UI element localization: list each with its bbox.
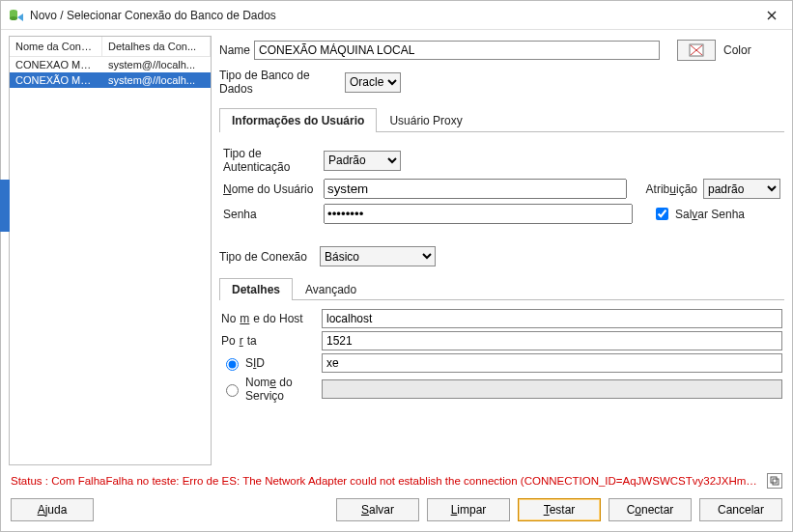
name-row: Name Color <box>219 40 784 61</box>
role-group: Atribuição padrão <box>646 179 780 199</box>
col-header-details: Detalhes da Con... <box>102 37 211 56</box>
external-sliver <box>0 180 10 232</box>
cancel-button[interactable]: Cancelar <box>699 498 782 521</box>
connections-list-body[interactable]: CONEXAO MAQU... system@//localh... CONEX… <box>10 57 211 464</box>
role-select[interactable]: padrão <box>703 179 780 199</box>
service-option[interactable]: Nome do Serviço <box>221 376 322 403</box>
titlebar: Novo / Selecionar Conexão do Banco de Da… <box>1 1 792 30</box>
password-row: Senha Salvar Senha <box>223 204 780 224</box>
status-text: Status : Com FalhaFalha no teste: Erro d… <box>11 475 761 487</box>
subtab-advanced[interactable]: Avançado <box>293 278 369 300</box>
dialog-window: Novo / Selecionar Conexão do Banco de Da… <box>0 0 793 532</box>
save-button[interactable]: Salvar <box>336 498 419 521</box>
save-password-checkbox[interactable] <box>656 208 668 220</box>
role-label: Atribuição <box>646 182 697 196</box>
svg-rect-5 <box>773 479 779 485</box>
service-input <box>322 379 782 399</box>
svg-point-2 <box>10 16 17 20</box>
sid-option[interactable]: SID <box>221 355 322 371</box>
password-input[interactable] <box>324 204 633 224</box>
col-header-name: Nome da Conexão <box>10 37 102 56</box>
subtab-details[interactable]: Detalhes <box>219 278 293 300</box>
auth-tabs: Informações do Usuário Usuário Proxy <box>219 107 784 132</box>
username-label: Nome do Usuário <box>223 182 324 196</box>
svg-rect-4 <box>771 477 777 483</box>
connections-list: Nome da Conexão Detalhes da Con... CONEX… <box>9 36 212 465</box>
password-label: Senha <box>223 208 324 221</box>
conntype-label: Tipo de Conexão <box>219 250 320 264</box>
color-label: Color <box>723 43 751 57</box>
authtype-label: Tipo de Autenticação <box>223 147 324 174</box>
port-label: Porta <box>221 334 322 348</box>
save-password-label: Salvar Senha <box>675 208 745 221</box>
dialog-buttons: Ajuda Salvar Limpar Testar Conectar Canc… <box>1 490 792 531</box>
dbtype-row: Tipo de Banco de Dados Oracle <box>219 69 784 96</box>
tab-user-info[interactable]: Informações do Usuário <box>219 108 377 132</box>
connection-details: Nome do Host Porta SID <box>219 300 784 411</box>
tab-proxy-user[interactable]: Usuário Proxy <box>377 108 474 132</box>
host-label: Nome do Host <box>221 312 322 325</box>
host-row: Nome do Host <box>221 309 782 328</box>
service-radio[interactable] <box>226 384 239 397</box>
sid-radio[interactable] <box>226 358 239 371</box>
close-button[interactable] <box>759 3 784 28</box>
username-input[interactable] <box>324 179 627 199</box>
host-input[interactable] <box>322 309 782 328</box>
sid-label: SID <box>245 356 265 370</box>
save-password-group: Salvar Senha <box>652 205 745 223</box>
port-row: Porta <box>221 331 782 350</box>
conntype-select[interactable]: Básico <box>320 246 436 266</box>
clear-button[interactable]: Limpar <box>427 498 510 521</box>
list-item-name: CONEXAO MAQU... <box>10 57 102 72</box>
color-button[interactable] <box>677 40 716 61</box>
dbtype-select[interactable]: Oracle <box>345 72 401 93</box>
service-label: Nome do Serviço <box>245 376 322 403</box>
copy-status-icon[interactable] <box>767 473 782 489</box>
list-item-details: system@//localh... <box>102 57 211 72</box>
connect-button[interactable]: Conectar <box>609 498 692 521</box>
dbtype-label: Tipo de Banco de Dados <box>219 69 345 96</box>
connections-list-header: Nome da Conexão Detalhes da Con... <box>10 37 211 57</box>
connection-form: Name Color Tipo de Banco de Dados Oracle <box>219 36 784 465</box>
username-row: Nome do Usuário Atribuição padrão <box>223 179 780 199</box>
connection-name-input[interactable] <box>254 41 660 60</box>
list-item[interactable]: CONEXÃO MÁQU... system@//localh... <box>10 72 211 88</box>
sid-input[interactable] <box>322 353 782 373</box>
sid-row: SID <box>221 353 782 373</box>
help-button[interactable]: Ajuda <box>11 498 94 521</box>
list-item[interactable]: CONEXAO MAQU... system@//localh... <box>10 57 211 72</box>
window-title: Novo / Selecionar Conexão do Banco de Da… <box>30 9 759 22</box>
detail-tabs: Detalhes Avançado <box>219 277 784 300</box>
dialog-body: Nome da Conexão Detalhes da Con... CONEX… <box>1 30 792 471</box>
list-item-name: CONEXÃO MÁQU... <box>10 72 102 88</box>
port-input[interactable] <box>322 331 782 350</box>
auth-section: Tipo de Autenticação Padrão Nome do Usuá… <box>219 132 784 233</box>
conntype-row: Tipo de Conexão Básico <box>219 246 784 266</box>
service-row: Nome do Serviço <box>221 376 782 403</box>
db-connect-icon <box>9 8 24 23</box>
list-item-details: system@//localh... <box>102 72 211 88</box>
authtype-row: Tipo de Autenticação Padrão <box>223 147 780 174</box>
test-button[interactable]: Testar <box>518 498 601 521</box>
authtype-select[interactable]: Padrão <box>324 151 401 171</box>
status-bar: Status : Com FalhaFalha no teste: Erro d… <box>1 471 792 490</box>
color-swatch-icon <box>689 43 704 57</box>
name-label: Name <box>219 43 254 57</box>
